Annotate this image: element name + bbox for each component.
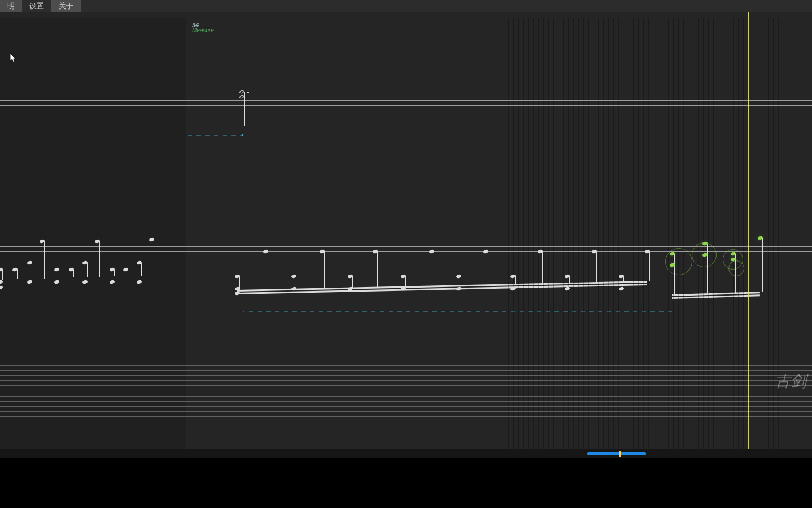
- menu-item-label: 设置: [29, 1, 44, 11]
- menu-item-0[interactable]: 明: [0, 0, 22, 12]
- menu-item-2[interactable]: 关于: [51, 0, 81, 12]
- menu-item-1[interactable]: 设置: [22, 0, 51, 12]
- measure-indicator: 34 Measure: [192, 22, 214, 33]
- brand-watermark: 古剑: [775, 371, 806, 392]
- score-canvas[interactable]: 34 Measure 古剑: [0, 12, 812, 449]
- playhead[interactable]: [748, 12, 749, 449]
- menubar[interactable]: 明 设置 关于: [0, 0, 812, 12]
- footer-area: [0, 458, 812, 508]
- timeline-scrollbar[interactable]: [0, 449, 812, 458]
- previous-measure-shade: [0, 18, 186, 449]
- scroll-thumb[interactable]: [587, 452, 646, 455]
- menu-item-label: 明: [7, 1, 15, 11]
- cursor-icon: [10, 53, 17, 63]
- timeline-play-marker[interactable]: [619, 451, 621, 457]
- vertical-grid: [508, 18, 784, 449]
- measure-label: Measure: [192, 28, 214, 33]
- menu-item-label: 关于: [59, 1, 73, 11]
